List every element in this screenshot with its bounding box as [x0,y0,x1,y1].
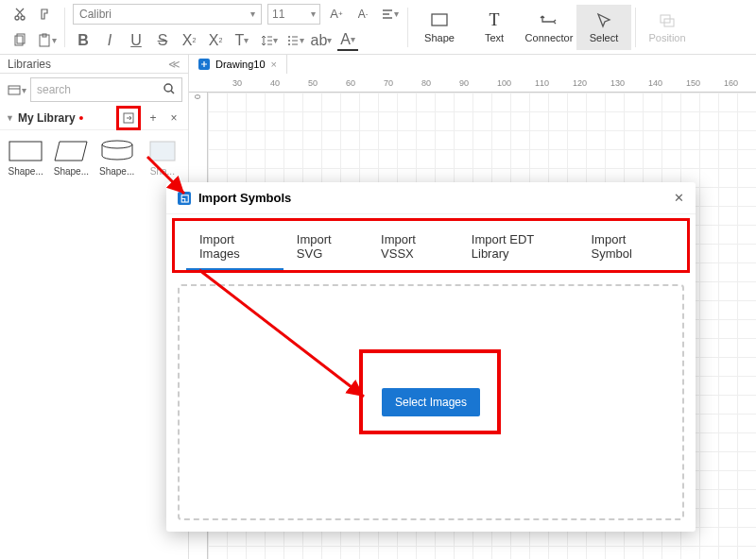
svg-rect-7 [432,14,447,25]
close-tab-icon[interactable]: × [271,59,277,70]
tab-import-svg[interactable]: Import SVG [284,229,368,270]
text-case-icon[interactable]: T▾ [232,30,252,51]
italic-icon[interactable]: I [99,30,120,51]
superscript-icon[interactable]: X2 [179,30,199,51]
paste-icon[interactable]: ▾ [36,30,57,51]
add-library-icon[interactable]: + [145,110,162,127]
search-input[interactable]: search [30,77,182,102]
collapse-panel-icon[interactable]: ≪ [168,58,180,71]
close-dialog-icon[interactable]: ✕ [674,191,684,205]
main-toolbar: ▾ Calibri▾ 11▾ A+ A- ▾ B I U S X2 X2 T▾ … [0,0,756,55]
svg-point-5 [288,40,290,42]
svg-point-6 [288,43,290,45]
cut-icon[interactable] [9,4,30,25]
line-spacing-icon[interactable]: ▾ [258,30,279,51]
svg-rect-13 [9,142,42,161]
ruler-horizontal: 30405060708090100110120130140150160 [189,74,756,93]
font-size-select[interactable]: 11▾ [267,4,320,25]
search-icon[interactable] [163,82,176,98]
libraries-panel: Libraries ≪ ▾ search ▼ My Library • + × … [0,55,189,559]
svg-point-11 [164,84,172,92]
connector-tool[interactable]: Connector [522,5,576,50]
modified-indicator: • [79,114,84,122]
annotation-box [359,349,501,434]
document-tab[interactable]: Drawing10 × [189,55,287,74]
font-family-select[interactable]: Calibri▾ [73,4,262,25]
dialog-tabs: Import Images Import SVG Import VSSX Imp… [172,218,690,273]
dialog-title: Import Symbols [198,191,291,205]
shape-thumb[interactable]: Shape... [6,140,45,177]
svg-rect-10 [9,86,20,94]
tab-import-vssx[interactable]: Import VSSX [368,229,458,270]
subscript-icon[interactable]: X2 [205,30,226,51]
shrink-font-icon[interactable]: A- [352,4,373,25]
library-picker-icon[interactable]: ▾ [6,79,26,100]
format-painter-icon[interactable] [36,4,57,25]
close-library-icon[interactable]: × [165,110,182,127]
tab-import-symbol[interactable]: Import Symbol [578,229,677,270]
tab-import-images[interactable]: Import Images [186,229,284,270]
underline-icon[interactable]: U [126,30,146,51]
tab-import-edt[interactable]: Import EDT Library [458,229,578,270]
dialog-icon: ◱ [178,192,191,205]
panel-title: Libraries [8,58,51,71]
svg-point-14 [102,141,132,148]
shape-thumb[interactable]: Sha... [143,140,182,177]
copy-icon[interactable] [9,30,30,51]
import-library-icon[interactable] [120,110,137,127]
shape-tool[interactable]: Shape [412,5,467,50]
select-tool[interactable]: Select [576,5,631,50]
svg-point-4 [288,36,290,38]
svg-rect-15 [150,142,175,161]
doc-icon [198,59,210,70]
align-icon[interactable]: ▾ [379,4,400,25]
bullets-icon[interactable]: ▾ [284,30,305,51]
library-header[interactable]: ▼ My Library • + × [0,106,188,130]
text-direction-icon[interactable]: ab▾ [311,30,332,51]
text-tool[interactable]: T Text [467,5,522,50]
shape-thumb[interactable]: Shape... [97,140,137,177]
expand-icon[interactable]: ▼ [6,113,14,123]
strike-icon[interactable]: S [152,30,173,51]
bold-icon[interactable]: B [73,30,94,51]
grow-font-icon[interactable]: A+ [326,4,347,25]
shape-thumb[interactable]: Shape... [51,140,91,177]
position-tool: Position [640,5,695,50]
font-color-icon[interactable]: A▾ [337,30,358,51]
